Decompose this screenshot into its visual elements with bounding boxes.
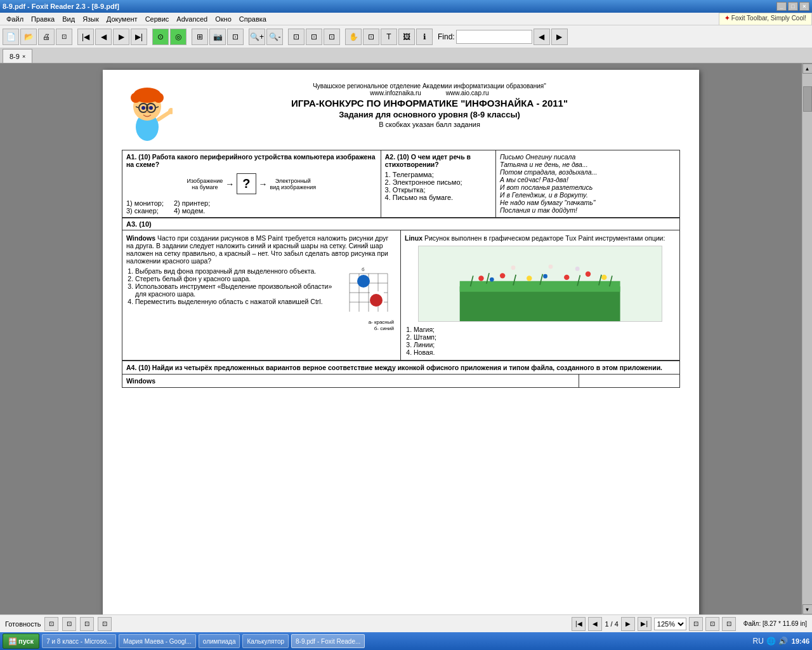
menu-bar: Файл Правка Вид Язык Документ Сервис Adv… [0, 13, 812, 25]
volume-icon[interactable]: 🔊 [778, 637, 788, 646]
status-btn3[interactable]: ⊡ [80, 617, 94, 631]
a2-poem-cell: Письмо Онегину писала Татьяна и не день,… [496, 150, 680, 218]
pdf-tab[interactable]: 8-9 × [3, 49, 32, 63]
scrollbar-track[interactable] [802, 74, 812, 604]
a3-linux-title: Linux [405, 234, 422, 242]
main-area: Чувашское региональное отделение Академи… [0, 63, 812, 614]
find-input[interactable] [456, 30, 532, 44]
status-btn1[interactable]: ⊡ [44, 617, 58, 631]
copy-button[interactable]: ⊡ [288, 29, 304, 45]
diagram-electronic-label: Электронныйвид изображения [270, 178, 317, 190]
menu-window[interactable]: Окно [211, 14, 235, 24]
zoom-select[interactable]: 125% 100% 75% [654, 618, 686, 630]
new-button[interactable]: 📄 [3, 29, 19, 45]
fit-page-button[interactable]: ⊙ [152, 29, 169, 45]
a2-poem-line7: Не надо нам бумагу "пачкать" [500, 199, 676, 206]
minimize-button[interactable]: _ [776, 2, 787, 11]
scroll-down-button[interactable]: ▼ [802, 604, 813, 614]
svg-point-4 [154, 93, 164, 103]
a2-poem-line3: Потом страдала, воздыхала... [500, 168, 676, 176]
paste-button[interactable]: ⊡ [306, 29, 322, 45]
find-prev-button[interactable]: ◀ [534, 29, 550, 45]
balls-diagram: б а- красныйб- синий [343, 267, 394, 333]
svg-point-10 [141, 106, 145, 110]
taskbar-item-1[interactable]: Мария Маева - Googl... [119, 634, 196, 648]
taskbar-item-0[interactable]: 7 и 8 класс - Microsо... [42, 634, 116, 648]
tab-label: 8-9 [10, 53, 20, 60]
print-button[interactable]: 🖨 [38, 29, 55, 45]
zoom-out-button[interactable]: 🔍- [266, 29, 283, 45]
svg-point-30 [479, 275, 484, 281]
taskbar-item-3[interactable]: Калькулятор [242, 634, 289, 648]
menu-advanced[interactable]: Advanced [173, 14, 211, 24]
fit-width-button[interactable]: ◎ [170, 29, 187, 45]
menu-view[interactable]: Вид [58, 14, 79, 24]
file-info: Файл: [8.27 * 11.69 in] [743, 620, 807, 627]
open-button[interactable]: 📂 [20, 29, 37, 45]
taskbar-item-2[interactable]: олимпиада [199, 634, 240, 648]
scrollbar-right: ▲ ▼ [802, 63, 812, 614]
status-btn4[interactable]: ⊡ [98, 617, 112, 631]
img-tool[interactable]: 🖼 [398, 29, 415, 45]
tool3[interactable]: ⊡ [324, 29, 340, 45]
last-page-nav-button[interactable]: ▶| [638, 617, 652, 631]
snapshot-button[interactable]: 📷 [209, 29, 226, 45]
view-btn1[interactable]: ⊡ [689, 617, 703, 631]
scrollbar-thumb[interactable] [803, 86, 812, 112]
select-tool[interactable]: ⊡ [363, 29, 379, 45]
linux-image [418, 246, 662, 322]
zoom-in-button[interactable]: 🔍+ [249, 29, 265, 45]
start-button[interactable]: 🪟 пуск [3, 633, 39, 649]
window-title: 8-9.pdf - Foxit Reader 2.3 - [8-9.pdf] [3, 3, 119, 10]
menu-edit[interactable]: Правка [27, 14, 58, 24]
view-btn2[interactable]: ⊡ [705, 617, 719, 631]
pdf-title: ИГРА-КОНКУРС ПО ИНФОРМАТИКЕ "ИНФОЗНАЙКА … [179, 98, 680, 109]
pdf-note: В скобках указан балл задания [179, 121, 680, 128]
prev-page-nav-button[interactable]: ◀ [588, 617, 602, 631]
a1-ans1: 1) монитор; [126, 199, 164, 207]
pdf-sites: www.infoznaika.ru www.aio.cap.ru [179, 90, 680, 96]
balls-svg: б [343, 267, 394, 318]
page-navigation: |◀ ◀ 1 / 4 ▶ ▶| [572, 617, 651, 631]
linux-scene-svg [419, 246, 661, 321]
pdf-page: Чувашское региональное отделение Академи… [103, 70, 699, 614]
menu-service[interactable]: Сервис [141, 14, 173, 24]
close-button[interactable]: × [799, 2, 809, 11]
ball-labels: а- красныйб- синий [343, 319, 394, 333]
scan-button[interactable]: ⊡ [56, 29, 72, 45]
prev-page-button[interactable]: ◀ [95, 29, 112, 45]
first-page-button[interactable]: |◀ [77, 29, 94, 45]
tab-close-button[interactable]: × [22, 53, 25, 60]
find-next-button[interactable]: ▶ [551, 29, 568, 45]
info-tool[interactable]: ℹ [416, 29, 433, 45]
menu-lang[interactable]: Язык [79, 14, 103, 24]
play-button[interactable]: ▶ [113, 29, 129, 45]
maximize-button[interactable]: □ [788, 2, 798, 11]
svg-point-46 [549, 265, 553, 269]
lang-icon[interactable]: RU [753, 637, 764, 646]
a3-linux: Linux Рисунок выполнен в графическом ред… [401, 230, 679, 360]
pdf-org: Чувашское региональное отделение Академи… [179, 83, 680, 90]
a2-poem-line4: А мы сейчас! Раз-два! [500, 176, 676, 183]
scroll-up-button[interactable]: ▲ [802, 63, 813, 74]
menu-help[interactable]: Справка [235, 14, 270, 24]
first-page-nav-button[interactable]: |◀ [572, 617, 586, 631]
text-tool[interactable]: T [381, 29, 397, 45]
network-icon[interactable]: 🌐 [766, 637, 776, 646]
menu-file[interactable]: Файл [3, 14, 27, 24]
svg-text:б: б [362, 267, 365, 272]
select-all-button[interactable]: ⊞ [192, 29, 208, 45]
status-btn2[interactable]: ⊡ [62, 617, 76, 631]
a2-ans1: Телеграмма; [393, 171, 492, 178]
a3-content: Windows Часто при создании рисунков в MS… [122, 230, 679, 360]
a4-windows-label: Windows [126, 377, 155, 385]
last-page-button[interactable]: ▶| [131, 29, 147, 45]
taskbar-item-4[interactable]: 8-9.pdf - Foxit Reade... [291, 634, 365, 648]
window-controls[interactable]: _ □ × [776, 2, 809, 11]
toolbar: 📄 📂 🖨 ⊡ |◀ ◀ ▶ ▶| ⊙ ◎ ⊞ 📷 ⊡ 🔍+ 🔍- ⊡ ⊡ ⊡ … [0, 25, 812, 48]
view-btn3[interactable]: ⊡ [722, 617, 736, 631]
menu-doc[interactable]: Документ [103, 14, 141, 24]
page-size-button[interactable]: ⊡ [227, 29, 244, 45]
hand-tool[interactable]: ✋ [345, 29, 362, 45]
next-page-nav-button[interactable]: ▶ [621, 617, 635, 631]
